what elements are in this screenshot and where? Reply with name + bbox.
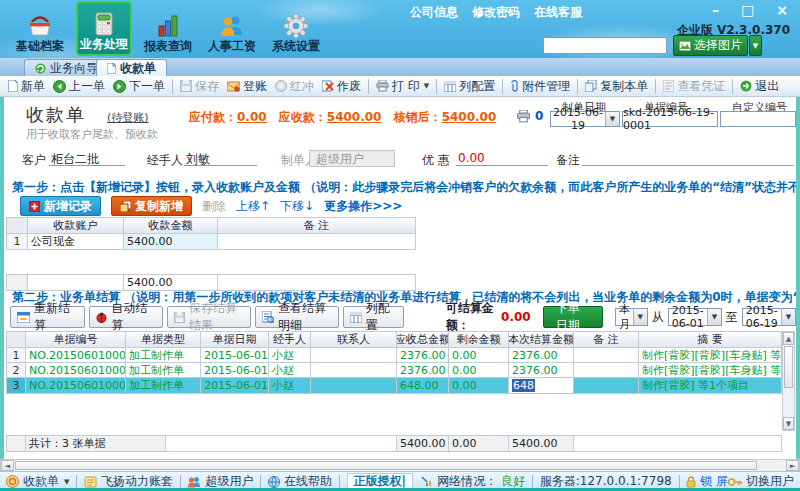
orders-vertical-scrollbar[interactable]: ▲ ▼: [782, 331, 795, 431]
gear-icon: [283, 13, 309, 39]
delete-row-link[interactable]: 删除: [202, 198, 226, 215]
add-record-button[interactable]: 新增记录: [20, 196, 101, 216]
custom-no-field[interactable]: [720, 111, 796, 127]
col-amount[interactable]: 收款金额: [124, 217, 218, 234]
amount-cell: 5400.00: [124, 234, 218, 250]
prev-doc-button[interactable]: 上一单: [49, 77, 109, 96]
settle-columns-icon: [350, 312, 362, 323]
nav-label: 业务处理: [80, 37, 128, 51]
col-remark[interactable]: 备 注: [218, 217, 416, 234]
company-info-link[interactable]: 公司信息: [410, 4, 458, 21]
handler-input[interactable]: 刘敏: [184, 151, 257, 166]
orders-table-header: 单据编号 单据类型 单据日期 经手人 联系人 应收总金额 剩余金额 本次结算金额…: [6, 331, 782, 348]
move-down-link[interactable]: 下移↓: [280, 198, 314, 215]
attachments-button[interactable]: 附件管理: [506, 77, 574, 96]
red-flush-button[interactable]: 红冲: [271, 77, 318, 96]
save-settle-icon: [174, 312, 185, 323]
post-account-button[interactable]: 登账: [223, 77, 271, 96]
remark-input[interactable]: [582, 151, 794, 166]
copy-doc-button[interactable]: 复制本单: [581, 77, 652, 96]
print-button[interactable]: 打 印 ▼: [372, 77, 433, 96]
doc-no-field[interactable]: skd-2015-06-19-0001: [622, 111, 718, 127]
col-account[interactable]: 收款账户: [28, 217, 124, 234]
totals-receivable: 5400.00: [397, 435, 449, 452]
doc-date-field[interactable]: 2015-06-19▼: [550, 111, 620, 127]
summary-amounts: 应付款：0.00 应收款：5400.00 核销后：5400.00: [189, 109, 504, 126]
globe-icon: [268, 476, 280, 488]
copy-add-icon: [120, 201, 131, 212]
nav-basic-files[interactable]: 基础档案: [12, 1, 68, 56]
pick-image-dropdown[interactable]: ▼: [749, 35, 762, 56]
print-count-icon[interactable]: [516, 110, 531, 123]
receipt-form-panel: 收款单 (待登账) 用于收取客户尾款、预收款 应付款：0.00 应收款：5400…: [0, 97, 800, 459]
online-service-link[interactable]: 在线客服: [534, 4, 582, 21]
column-config-button[interactable]: 列配置: [440, 77, 499, 96]
next-arrow-icon: [113, 80, 126, 93]
copy-add-button[interactable]: 复制新增: [111, 196, 192, 216]
order-row[interactable]: 2 NO.201506010004 加工制作单 2015-06-01 小赵 23…: [6, 363, 782, 378]
orders-totals-row: 共计：3 张单据 5400.00 0.00 5400.00: [6, 435, 782, 452]
status-badge: (待登账): [107, 110, 149, 125]
maximize-button[interactable]: □: [741, 2, 754, 18]
customer-input[interactable]: 柜台二批: [49, 151, 125, 166]
main-nav: 基础档案 业务处理 报表查询 人事工资: [12, 1, 324, 56]
col-remain[interactable]: 剩余金额: [449, 331, 509, 348]
discount-input[interactable]: 0.00: [456, 151, 548, 166]
auto-settle-button[interactable]: 自动结算: [89, 306, 163, 328]
col-doc-no[interactable]: 单据编号: [26, 331, 126, 348]
void-doc-button[interactable]: 作废: [318, 77, 365, 96]
view-settle-detail-button[interactable]: 查看结算明细: [255, 306, 339, 328]
document-icon: [107, 63, 116, 74]
col-doc-type[interactable]: 单据类型: [126, 331, 201, 348]
col-doc-date[interactable]: 单据日期: [201, 331, 269, 348]
col-contact[interactable]: 联系人: [311, 331, 397, 348]
col-handler[interactable]: 经手人: [269, 331, 311, 348]
settle-column-config-button[interactable]: 列配置: [343, 306, 404, 328]
change-password-link[interactable]: 修改密码: [472, 4, 520, 21]
recalculate-icon: [17, 312, 30, 323]
more-actions-link[interactable]: 更多操作>>>: [324, 198, 402, 215]
period-select[interactable]: 本月▼: [615, 308, 648, 326]
scroll-right-button[interactable]: ►: [786, 460, 799, 471]
col-summary[interactable]: 摘 要: [639, 331, 782, 348]
order-row-selected[interactable]: 3 NO.201506010006 加工制作单 2015-06-01 小赵 64…: [6, 378, 782, 394]
scroll-left-button[interactable]: ◄: [1, 460, 14, 471]
exit-button[interactable]: 退出: [736, 77, 783, 96]
tab-receipt-form[interactable]: 收款单: [96, 59, 167, 77]
next-doc-button[interactable]: 下一单: [109, 77, 169, 96]
col-remark2[interactable]: 备 注: [574, 331, 639, 348]
settle-amount-edit-cell[interactable]: 648: [509, 378, 574, 394]
handler-label: 经手人: [147, 152, 183, 169]
nav-settings[interactable]: 系统设置: [268, 1, 324, 56]
order-date-button[interactable]: 下单日期: [543, 306, 603, 328]
order-row[interactable]: 1 NO.201506010003 加工制作单 2015-06-01 小赵 23…: [6, 348, 782, 363]
nav-hr-payroll[interactable]: 人事工资: [204, 1, 260, 56]
to-date-select[interactable]: 2015-06-19▼: [742, 308, 796, 326]
image-icon: [679, 41, 691, 51]
new-doc-button[interactable]: 新单: [4, 77, 49, 96]
account-row[interactable]: 1 公司现金 5400.00: [6, 234, 416, 250]
col-total[interactable]: 应收总金额: [397, 331, 449, 348]
app-window: 基础档案 业务处理 报表查询 人事工资: [0, 0, 800, 491]
save-button[interactable]: 保存: [176, 77, 223, 96]
from-date-select[interactable]: 2015-06-01▼: [668, 308, 722, 326]
move-up-link[interactable]: 上移↑: [236, 198, 270, 215]
titlebar-links: 公司信息 修改密码 在线客服: [410, 4, 582, 21]
scroll-up-button[interactable]: ▲: [783, 332, 794, 345]
minimize-button[interactable]: –: [712, 2, 719, 18]
nav-reports[interactable]: 报表查询: [140, 1, 196, 56]
image-path-input[interactable]: [543, 37, 667, 54]
scroll-down-button[interactable]: ▼: [783, 417, 794, 430]
save-settle-button[interactable]: 保存结算结果: [167, 306, 251, 328]
recalculate-button[interactable]: 重新结算: [10, 306, 85, 328]
close-button[interactable]: ×: [776, 2, 788, 18]
print-dropdown-caret: ▼: [424, 82, 429, 90]
nav-business[interactable]: 业务处理: [76, 1, 132, 56]
date-dropdown-button[interactable]: ▼: [605, 112, 619, 126]
col-settle[interactable]: 本次结算金额: [509, 331, 574, 348]
copy-icon: [585, 80, 597, 92]
pick-image-button[interactable]: 选择图片: [673, 35, 748, 56]
red-flush-icon: [275, 80, 287, 92]
view-voucher-button[interactable]: 查看凭证: [659, 77, 729, 96]
window-controls: – □ ×: [712, 2, 788, 18]
